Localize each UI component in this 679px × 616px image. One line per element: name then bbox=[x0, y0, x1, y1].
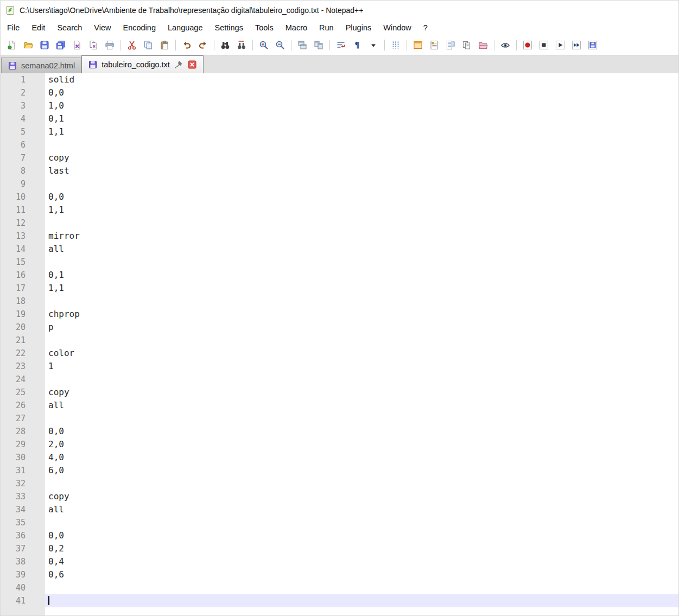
line-text[interactable]: 0,4 bbox=[45, 555, 678, 568]
line-text[interactable]: 2,0 bbox=[45, 438, 678, 451]
new-file-icon bbox=[7, 40, 17, 50]
line-text[interactable]: 4,0 bbox=[45, 451, 678, 464]
replace-button[interactable] bbox=[233, 37, 250, 53]
document-list-button[interactable] bbox=[459, 37, 475, 53]
close-button[interactable] bbox=[69, 37, 85, 53]
function-list-button[interactable] bbox=[426, 37, 442, 53]
macro-play-button[interactable] bbox=[552, 37, 568, 53]
line-text[interactable] bbox=[45, 334, 678, 347]
line-text[interactable] bbox=[45, 177, 678, 190]
line-text[interactable]: 0,0 bbox=[45, 190, 678, 204]
line-text[interactable] bbox=[45, 516, 678, 529]
menu-item-window[interactable]: Window bbox=[377, 21, 417, 34]
sync-vertical-scroll-button[interactable] bbox=[294, 37, 310, 53]
user-defined-dialog-button[interactable] bbox=[410, 37, 426, 53]
line-text[interactable]: 0,1 bbox=[45, 269, 678, 282]
line-text[interactable]: 1,0 bbox=[45, 99, 678, 112]
line-text[interactable]: copy bbox=[45, 490, 678, 503]
line-text[interactable] bbox=[45, 373, 678, 386]
line-text[interactable]: 0,1 bbox=[45, 112, 678, 125]
line-text[interactable]: color bbox=[45, 347, 678, 360]
menu-item-view[interactable]: View bbox=[88, 21, 117, 34]
line-text[interactable]: mirror bbox=[45, 230, 678, 243]
line-text[interactable]: 0,0 bbox=[45, 529, 678, 542]
document-map-button[interactable] bbox=[442, 37, 459, 53]
tab-semana02-html[interactable]: semana02.html bbox=[1, 58, 81, 73]
line-text[interactable]: 1,1 bbox=[45, 125, 678, 138]
line-text[interactable]: 1 bbox=[45, 360, 678, 373]
copy-button[interactable] bbox=[140, 37, 156, 53]
line-text[interactable]: copy bbox=[45, 386, 678, 399]
undo-button[interactable] bbox=[179, 37, 195, 53]
editor-line: 31,0 bbox=[1, 99, 678, 112]
save-button[interactable] bbox=[36, 37, 53, 53]
line-text[interactable]: 0,0 bbox=[45, 425, 678, 438]
line-text[interactable]: 1,1 bbox=[45, 282, 678, 295]
print-button[interactable] bbox=[101, 37, 118, 53]
line-text[interactable]: 0,0 bbox=[45, 86, 678, 99]
line-text[interactable] bbox=[45, 217, 678, 230]
menu-item-run[interactable]: Run bbox=[313, 21, 340, 34]
monitoring-button[interactable] bbox=[497, 37, 513, 53]
open-file-button[interactable] bbox=[20, 37, 36, 53]
show-all-characters-button[interactable]: ¶ bbox=[349, 37, 365, 53]
macro-save-button[interactable] bbox=[585, 37, 601, 53]
line-text[interactable] bbox=[45, 295, 678, 308]
pin-tab-icon[interactable] bbox=[174, 60, 183, 69]
menu-item-search[interactable]: Search bbox=[51, 21, 88, 34]
menu-item-plugins[interactable]: Plugins bbox=[340, 21, 378, 34]
line-number: 23 bbox=[1, 360, 45, 373]
menu-item-macro[interactable]: Macro bbox=[280, 21, 313, 34]
cut-button[interactable] bbox=[124, 37, 140, 53]
line-text[interactable]: 1,1 bbox=[45, 204, 678, 217]
line-text[interactable] bbox=[45, 138, 678, 151]
macro-stop-button[interactable] bbox=[536, 37, 552, 53]
menu-item-file[interactable]: File bbox=[1, 21, 26, 34]
close-tab-icon[interactable] bbox=[187, 60, 197, 69]
line-text[interactable]: copy bbox=[45, 151, 678, 164]
editor-line: 22color bbox=[1, 347, 678, 360]
show-indent-guide-button[interactable] bbox=[388, 37, 404, 53]
folder-as-workspace-button[interactable] bbox=[475, 37, 491, 53]
word-wrap-button[interactable] bbox=[333, 37, 349, 53]
menu-item-tools[interactable]: Tools bbox=[249, 21, 280, 34]
line-text[interactable]: solid bbox=[45, 73, 678, 86]
line-number: 1 bbox=[1, 73, 45, 86]
line-text[interactable] bbox=[45, 581, 678, 594]
sync-horizontal-scroll-button[interactable] bbox=[310, 37, 327, 53]
line-text[interactable]: 0,6 bbox=[45, 568, 678, 581]
find-button[interactable] bbox=[217, 37, 233, 53]
menu-item-help[interactable]: ? bbox=[417, 21, 434, 34]
line-text[interactable]: last bbox=[45, 164, 678, 177]
tab-tabuleiro-codigo-txt[interactable]: tabuleiro_codigo.txt bbox=[81, 55, 204, 73]
line-text[interactable]: all bbox=[45, 243, 678, 256]
macro-record-button[interactable] bbox=[519, 37, 536, 53]
menu-item-settings[interactable]: Settings bbox=[208, 21, 249, 34]
line-text[interactable]: 6,0 bbox=[45, 464, 678, 477]
line-text[interactable]: p bbox=[45, 321, 678, 334]
zoom-in-button[interactable] bbox=[256, 37, 272, 53]
line-text[interactable]: all bbox=[45, 399, 678, 412]
zoom-out-button[interactable] bbox=[272, 37, 288, 53]
menu-item-encoding[interactable]: Encoding bbox=[117, 21, 162, 34]
line-text[interactable]: all bbox=[45, 503, 678, 516]
line-text[interactable]: 0,2 bbox=[45, 542, 678, 555]
menu-item-language[interactable]: Language bbox=[162, 21, 209, 34]
paste-button[interactable] bbox=[156, 37, 173, 53]
gutter-filler bbox=[1, 607, 45, 616]
editor-empty-area[interactable] bbox=[45, 607, 678, 616]
line-text[interactable] bbox=[45, 594, 678, 607]
save-all-button[interactable] bbox=[53, 37, 69, 53]
show-all-characters-dropdown-button[interactable] bbox=[365, 37, 382, 53]
close-all-button[interactable] bbox=[85, 37, 101, 53]
macro-run-multiple-button[interactable] bbox=[568, 37, 585, 53]
menu-item-edit[interactable]: Edit bbox=[26, 21, 51, 34]
redo-button[interactable] bbox=[195, 37, 211, 53]
new-file-button[interactable] bbox=[4, 37, 20, 53]
editor-line: 160,1 bbox=[1, 269, 678, 282]
line-text[interactable]: chprop bbox=[45, 308, 678, 321]
line-text[interactable] bbox=[45, 256, 678, 269]
line-number: 9 bbox=[1, 177, 45, 190]
line-text[interactable] bbox=[45, 412, 678, 425]
line-text[interactable] bbox=[45, 477, 678, 490]
